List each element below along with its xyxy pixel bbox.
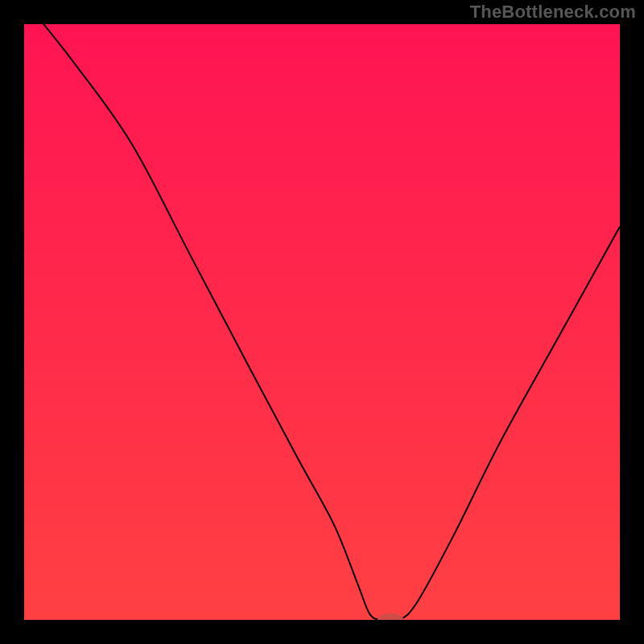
watermark-text: TheBottleneck.com xyxy=(470,2,636,23)
chart-frame: TheBottleneck.com xyxy=(0,0,644,644)
gradient-background xyxy=(24,24,620,620)
bottleneck-plot xyxy=(24,24,620,620)
